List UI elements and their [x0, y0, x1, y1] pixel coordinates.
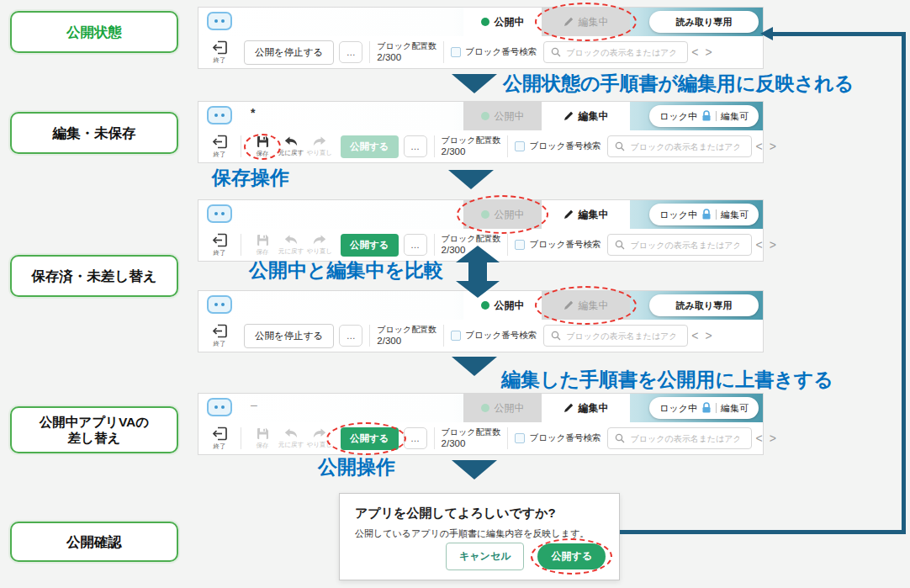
block-search-box[interactable]: [543, 325, 688, 347]
tab-editing[interactable]: 編集中: [542, 200, 630, 229]
undo-icon: [284, 428, 298, 439]
next-result-button[interactable]: >: [770, 140, 776, 153]
block-search-input[interactable]: [630, 241, 739, 250]
divider: [716, 111, 717, 121]
dialog-body: 公開しているアプリの手順書に編集内容を反映します。: [355, 527, 604, 540]
state-label-text: 公開状態: [66, 24, 122, 41]
pencil-icon: [563, 17, 574, 27]
block-search-input[interactable]: [630, 434, 739, 443]
feedback-line-right: [902, 32, 906, 534]
prev-result-button[interactable]: <: [755, 238, 762, 252]
editable-label: 編集可: [721, 209, 749, 221]
next-result-button[interactable]: >: [705, 329, 712, 342]
toolbar-actions: 終了 保存 元に戻す やり直し 公開する … ブロック配置数 2/300 ブロッ…: [198, 422, 763, 454]
lock-status-pill[interactable]: ロック中 編集可: [649, 105, 759, 127]
prev-result-button[interactable]: <: [755, 140, 762, 153]
block-search-input[interactable]: [566, 48, 675, 57]
stop-publish-button[interactable]: 公開を停止する: [244, 40, 334, 65]
publish-button[interactable]: 公開する: [341, 427, 399, 450]
annotation-save-operation: 保存操作: [212, 165, 289, 191]
exit-button[interactable]: 終了: [205, 40, 234, 65]
published-dot-icon: [481, 18, 489, 26]
publish-button[interactable]: 公開する: [341, 234, 399, 257]
readonly-label: 読み取り専用: [676, 299, 733, 312]
more-menu-button[interactable]: …: [404, 234, 427, 256]
tab-editing[interactable]: 編集中: [542, 394, 630, 422]
tab-editing-label: 編集中: [579, 299, 609, 313]
block-number-search-label[interactable]: ブロック番号検索: [529, 432, 600, 444]
prev-result-button[interactable]: <: [755, 432, 762, 445]
block-search-box[interactable]: [543, 41, 688, 63]
lock-status-pill[interactable]: ロック中 編集可: [649, 204, 759, 225]
search-icon: [615, 141, 625, 151]
block-count-label: ブロック配置数: [442, 426, 501, 437]
tab-editing[interactable]: 編集中: [542, 102, 630, 130]
exit-button[interactable]: 終了: [205, 135, 234, 159]
redo-icon: [313, 136, 326, 147]
block-number-search-checkbox[interactable]: [515, 433, 525, 443]
redo-button[interactable]: やり直し: [305, 235, 334, 256]
block-search-box[interactable]: [607, 427, 752, 449]
save-button[interactable]: 保存: [248, 234, 277, 257]
flow-down-arrow: [452, 357, 497, 376]
redo-button[interactable]: やり直し: [305, 136, 334, 157]
lock-status-pill[interactable]: ロック中 編集可: [649, 397, 759, 419]
redo-button[interactable]: やり直し: [305, 428, 334, 449]
divider: [434, 427, 435, 449]
more-menu-button[interactable]: …: [404, 427, 427, 449]
exit-label: 終了: [214, 249, 226, 257]
undo-button[interactable]: 元に戻す: [277, 428, 305, 449]
prev-result-button[interactable]: <: [691, 45, 698, 59]
exit-button[interactable]: 終了: [205, 426, 234, 451]
dialog-publish-button[interactable]: 公開する: [537, 543, 606, 569]
tab-published[interactable]: 公開中: [463, 200, 542, 229]
save-button[interactable]: 保存: [248, 427, 277, 450]
lock-icon: [701, 402, 712, 414]
tab-published[interactable]: 公開中: [463, 102, 542, 130]
exit-button[interactable]: 終了: [205, 233, 234, 257]
block-number-search-checkbox[interactable]: [451, 331, 461, 341]
block-count: ブロック配置数 2/300: [377, 40, 436, 64]
block-number-search-checkbox[interactable]: [451, 47, 461, 57]
block-search-box[interactable]: [607, 234, 752, 256]
undo-button[interactable]: 元に戻す: [277, 235, 305, 256]
next-result-button[interactable]: >: [770, 238, 776, 252]
cancel-button[interactable]: キャンセル: [446, 543, 524, 570]
tab-published-label: 公開中: [495, 208, 525, 222]
block-number-search-label[interactable]: ブロック番号検索: [465, 330, 537, 342]
search-icon: [551, 331, 561, 341]
save-button[interactable]: 保存: [248, 135, 277, 158]
undo-button[interactable]: 元に戻す: [277, 136, 305, 157]
title-mark: –: [251, 398, 257, 411]
unsaved-asterisk: *: [251, 106, 255, 119]
toolbar-actions: 終了 公開を停止する … ブロック配置数 2/300 ブロック番号検索 < >: [198, 36, 763, 68]
more-menu-button[interactable]: …: [404, 135, 427, 157]
prev-result-button[interactable]: <: [691, 329, 698, 342]
redo-label: やり直し: [307, 149, 333, 157]
toolbar-header: 公開中 編集中 ロック中 編集可: [198, 200, 763, 229]
publish-button[interactable]: 公開する: [341, 135, 399, 158]
divider: [241, 234, 241, 256]
block-search-input[interactable]: [630, 142, 739, 151]
flow-down-arrow: [452, 74, 497, 93]
block-count-label: ブロック配置数: [442, 135, 501, 146]
tab-published[interactable]: 公開中: [463, 394, 542, 422]
exit-button[interactable]: 終了: [205, 324, 234, 348]
next-result-button[interactable]: >: [705, 45, 712, 59]
more-menu-button[interactable]: …: [339, 325, 362, 347]
block-number-search-label[interactable]: ブロック番号検索: [529, 239, 600, 251]
tab-published[interactable]: 公開中: [463, 8, 542, 36]
next-result-button[interactable]: >: [770, 432, 776, 445]
block-number-search-label[interactable]: ブロック番号検索: [465, 46, 537, 58]
block-search-input[interactable]: [566, 331, 675, 341]
block-number-search-label[interactable]: ブロック番号検索: [529, 140, 600, 152]
block-search-box[interactable]: [607, 135, 752, 157]
stop-publish-button[interactable]: 公開を停止する: [244, 324, 334, 348]
tab-editing[interactable]: 編集中: [542, 8, 630, 36]
state-label-text: 保存済・未差し替え: [31, 268, 156, 285]
readonly-label: 読み取り専用: [676, 16, 733, 29]
block-number-search-checkbox[interactable]: [515, 141, 525, 151]
more-menu-button[interactable]: …: [339, 41, 362, 63]
tab-editing[interactable]: 編集中: [542, 291, 630, 320]
block-number-search-checkbox[interactable]: [515, 240, 525, 250]
